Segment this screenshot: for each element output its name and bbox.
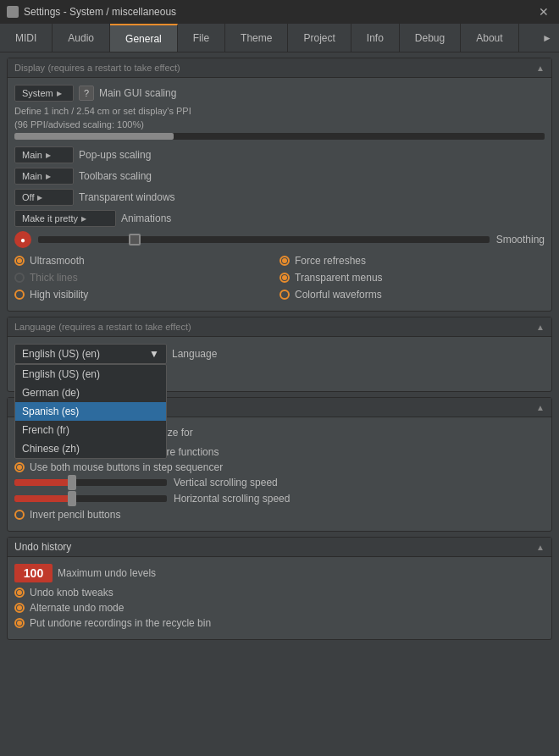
popups-arrow: ▶ <box>46 152 51 159</box>
radio-invert-pencil-dot <box>14 510 25 520</box>
radio-transparent-menus[interactable]: Transparent menus <box>280 272 545 284</box>
radio-recycle-bin[interactable]: Put undone recordings in the recycle bin <box>14 617 545 629</box>
main-gui-scaling-label: Main GUI scaling <box>99 87 176 99</box>
display-section: Display (requires a restart to take effe… <box>7 58 552 312</box>
horiz-scroll-slider[interactable] <box>14 495 167 502</box>
max-undo-value[interactable]: 100 <box>14 564 53 582</box>
language-title: Language (requires a restart to take eff… <box>14 321 191 333</box>
language-section: Language (requires a restart to take eff… <box>7 317 552 392</box>
animations-dropdown[interactable]: Make it pretty ▶ <box>14 210 116 227</box>
max-undo-label: Maximum undo levels <box>58 567 156 579</box>
radio-alt-undo-label: Alternate undo mode <box>30 602 124 614</box>
display-note: (requires a restart to take effect) <box>47 63 180 73</box>
radio-undo-knob[interactable]: Undo knob tweaks <box>14 587 545 599</box>
language-select-button[interactable]: English (US) (en) ▼ <box>14 344 167 364</box>
tab-about[interactable]: About <box>461 24 518 52</box>
radio-force-refreshes[interactable]: Force refreshes <box>280 255 545 267</box>
radio-both-buttons-dot <box>14 462 25 472</box>
horiz-scroll-row: Horizontal scrolling speed <box>14 493 545 505</box>
radio-both-buttons-label: Use both mouse buttons in step sequencer <box>30 461 223 473</box>
tab-more-button[interactable]: ► <box>535 24 559 52</box>
radio-high-visibility[interactable]: High visibility <box>14 289 280 301</box>
radio-undo-knob-dot <box>14 588 25 598</box>
animations-arrow: ▶ <box>81 215 86 223</box>
transparent-label: Transparent windows <box>79 191 175 203</box>
tab-midi[interactable]: MIDI <box>0 24 53 52</box>
language-section-header: Language (requires a restart to take eff… <box>8 317 551 337</box>
system-row: System ▶ ? Main GUI scaling <box>14 85 545 102</box>
tab-bar: MIDI Audio General File Theme Project In… <box>0 24 559 52</box>
vert-scroll-thumb <box>68 475 76 490</box>
radio-transparent-menus-label: Transparent menus <box>295 272 383 284</box>
radio-undo-knob-label: Undo knob tweaks <box>30 587 113 599</box>
radio-both-buttons[interactable]: Use both mouse buttons in step sequencer <box>14 461 545 473</box>
lang-option-es[interactable]: Spanish (es) <box>15 402 166 421</box>
tab-file[interactable]: File <box>178 24 225 52</box>
language-body: English (US) (en) ▼ English (US) (en) Ge… <box>8 337 551 391</box>
popups-dropdown[interactable]: Main ▶ <box>14 146 74 163</box>
toolbars-arrow: ▶ <box>46 173 51 180</box>
undo-body: 100 Maximum undo levels Undo knob tweaks… <box>8 557 551 639</box>
tab-general[interactable]: General <box>110 24 178 52</box>
vert-scroll-row: Vertical scrolling speed <box>14 477 545 488</box>
undo-section-header: Undo history ▲ <box>8 538 551 557</box>
tab-info[interactable]: Info <box>351 24 400 52</box>
smoothing-slider[interactable] <box>38 236 490 243</box>
vert-scroll-slider[interactable] <box>14 479 167 486</box>
transparent-arrow: ▶ <box>37 194 42 201</box>
radio-thick-lines-dot <box>14 273 25 283</box>
radio-thick-lines[interactable]: Thick lines <box>14 272 280 284</box>
radio-recycle-bin-label: Put undone recordings in the recycle bin <box>30 617 211 629</box>
radio-alt-undo[interactable]: Alternate undo mode <box>14 602 545 614</box>
ppi-row: Define 1 inch / 2.54 cm or set display's… <box>14 106 545 116</box>
radio-colorful-waveforms-dot <box>280 290 290 300</box>
language-select-arrow: ▼ <box>149 348 159 360</box>
popups-label: Pop-ups scaling <box>79 149 151 161</box>
undo-collapse-icon[interactable]: ▲ <box>536 543 545 552</box>
popups-scaling-row: Main ▶ Pop-ups scaling <box>14 146 545 163</box>
radio-ultrasmooth[interactable]: Ultrasmooth <box>14 255 280 267</box>
horiz-scroll-thumb <box>68 491 76 506</box>
radio-ultrasmooth-dot <box>14 256 25 266</box>
radio-high-visibility-label: High visibility <box>30 289 88 301</box>
tab-theme[interactable]: Theme <box>225 24 288 52</box>
help-button[interactable]: ? <box>79 86 94 101</box>
tab-audio[interactable]: Audio <box>53 24 110 52</box>
radio-colorful-waveforms[interactable]: Colorful waveforms <box>280 289 545 301</box>
language-collapse-icon[interactable]: ▲ <box>536 323 545 332</box>
radio-force-refreshes-dot <box>280 256 290 266</box>
lang-option-zh[interactable]: Chinese (zh) <box>15 439 166 458</box>
language-select-container: English (US) (en) ▼ English (US) (en) Ge… <box>14 344 167 364</box>
ppi-info-row: (96 PPI/advised scaling: 100%) <box>14 119 545 130</box>
lang-option-en[interactable]: English (US) (en) <box>15 365 166 384</box>
close-button[interactable]: ✕ <box>535 5 552 19</box>
max-undo-row: 100 Maximum undo levels <box>14 564 545 582</box>
window-title: Settings - System / miscellaneous <box>24 6 176 18</box>
tab-project[interactable]: Project <box>288 24 351 52</box>
app-icon <box>7 6 19 18</box>
toolbars-dropdown[interactable]: Main ▶ <box>14 168 74 185</box>
smoothing-label: Smoothing <box>496 234 545 246</box>
transparent-dropdown[interactable]: Off ▶ <box>14 189 74 206</box>
vert-scroll-label: Vertical scrolling speed <box>174 477 309 488</box>
display-collapse-icon[interactable]: ▲ <box>536 63 545 73</box>
toolbars-scaling-row: Main ▶ Toolbars scaling <box>14 168 545 185</box>
radio-recycle-bin-dot <box>14 618 25 628</box>
radio-ultrasmooth-label: Ultrasmooth <box>30 255 85 267</box>
lang-option-fr[interactable]: French (fr) <box>15 421 166 439</box>
input-collapse-icon[interactable]: ▲ <box>536 403 545 412</box>
ppi-slider[interactable] <box>14 133 545 140</box>
tab-debug[interactable]: Debug <box>400 24 461 52</box>
radio-force-refreshes-label: Force refreshes <box>295 255 366 267</box>
toolbars-label: Toolbars scaling <box>79 170 152 182</box>
radio-invert-pencil[interactable]: Invert pencil buttons <box>14 509 545 521</box>
display-title: Display (requires a restart to take effe… <box>14 62 180 74</box>
radio-thick-lines-label: Thick lines <box>30 272 78 284</box>
system-dropdown[interactable]: System ▶ <box>14 85 74 102</box>
language-row: English (US) (en) ▼ English (US) (en) Ge… <box>14 344 545 364</box>
ppi-text: Define 1 inch / 2.54 cm or set display's… <box>14 106 191 116</box>
horiz-scroll-label: Horizontal scrolling speed <box>174 493 309 505</box>
lang-option-de[interactable]: German (de) <box>15 384 166 402</box>
horiz-scroll-fill <box>14 495 72 502</box>
animations-row: Make it pretty ▶ Animations <box>14 210 545 227</box>
